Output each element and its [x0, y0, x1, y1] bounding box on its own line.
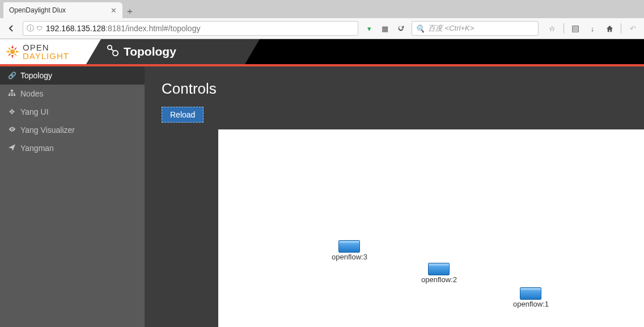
node-label: openflow:1 [513, 300, 549, 308]
sitemap-icon [8, 90, 16, 98]
sidebar-item-yang-ui[interactable]: ✥ Yang UI [0, 103, 145, 121]
opendaylight-icon [6, 45, 19, 58]
svg-point-0 [10, 49, 15, 54]
sidebar-item-label: Topology [20, 71, 52, 80]
svg-point-2 [113, 51, 118, 56]
sidebar-item-label: Nodes [20, 89, 43, 98]
controls-heading: Controls [162, 80, 644, 98]
search-placeholder: 百度 <Ctrl+K> [428, 23, 474, 33]
home-icon[interactable] [601, 20, 617, 36]
svg-rect-7 [14, 94, 15, 96]
svg-rect-6 [11, 94, 13, 96]
sidebar-item-yang-visualizer[interactable]: Yang Visualizer [0, 121, 145, 139]
sidebar: 🔗 Topology Nodes ✥ Yang UI [0, 66, 145, 327]
svg-point-1 [108, 45, 112, 49]
search-box[interactable]: 🔍 百度 <Ctrl+K> [412, 21, 539, 36]
app-header: OPEN DAYLIGHT Topology [0, 39, 644, 64]
browser-tab-strip: OpenDaylight Dlux ✕ ＋ [0, 0, 644, 18]
shield-icon[interactable]: ▾ [362, 24, 376, 33]
arrows-icon: ✥ [8, 108, 16, 116]
svg-line-3 [111, 49, 113, 51]
site-info-icon[interactable]: ⓘ 🛡 [27, 23, 43, 33]
undo-icon[interactable]: ↶ [625, 20, 641, 36]
topology-icon [107, 44, 119, 60]
sidebar-item-label: Yangman [20, 144, 54, 153]
sidebar-item-yangman[interactable]: Yangman [0, 139, 145, 157]
back-button[interactable] [3, 20, 19, 36]
app-logo[interactable]: OPEN DAYLIGHT [0, 39, 86, 64]
tab-title: OpenDaylight Dlux [9, 6, 66, 14]
sidebar-item-nodes[interactable]: Nodes [0, 85, 145, 103]
new-tab-button[interactable]: ＋ [122, 5, 137, 18]
reload-icon[interactable] [393, 24, 408, 32]
topology-node[interactable]: openflow:2 [421, 263, 457, 284]
svg-rect-5 [9, 94, 10, 96]
reload-button[interactable]: Reload [162, 107, 204, 123]
bookmark-star-icon[interactable]: ☆ [544, 20, 560, 36]
switch-icon [520, 287, 541, 300]
switch-icon [428, 263, 450, 275]
topology-canvas[interactable]: openflow:3openflow:2openflow:1 [218, 129, 644, 327]
url-text: 192.168.135.128:8181/index.html#/topolog… [46, 24, 200, 33]
topology-node[interactable]: openflow:3 [332, 240, 367, 261]
eye-icon [8, 125, 16, 135]
url-bar[interactable]: ⓘ 🛡 192.168.135.128:8181/index.html#/top… [23, 21, 358, 36]
topology-node[interactable]: openflow:1 [513, 287, 549, 308]
sidebar-item-label: Yang Visualizer [20, 125, 75, 135]
search-icon: 🔍 [416, 24, 425, 33]
tab-close-icon[interactable]: ✕ [111, 6, 117, 15]
browser-tab[interactable]: OpenDaylight Dlux ✕ [3, 2, 122, 18]
sidebar-item-topology[interactable]: 🔗 Topology [0, 66, 145, 85]
main-content: Controls Reload openflow:3openflow:2open… [145, 66, 644, 327]
qr-icon[interactable]: ▦ [378, 24, 392, 33]
logo-text-line1: OPEN [23, 43, 69, 52]
library-icon[interactable]: ▤ [567, 20, 583, 36]
svg-point-8 [11, 128, 12, 129]
switch-icon [338, 240, 360, 253]
svg-rect-4 [11, 90, 13, 91]
sidebar-item-label: Yang UI [20, 107, 49, 116]
browser-toolbar: ⓘ 🛡 192.168.135.128:8181/index.html#/top… [0, 18, 644, 39]
downloads-icon[interactable]: ↓ [584, 20, 600, 36]
send-icon [8, 144, 16, 153]
link-icon: 🔗 [8, 72, 16, 79]
node-label: openflow:2 [421, 275, 457, 284]
header-title: Topology [107, 44, 176, 60]
node-label: openflow:3 [332, 253, 367, 261]
logo-text-line2: DAYLIGHT [23, 52, 69, 60]
